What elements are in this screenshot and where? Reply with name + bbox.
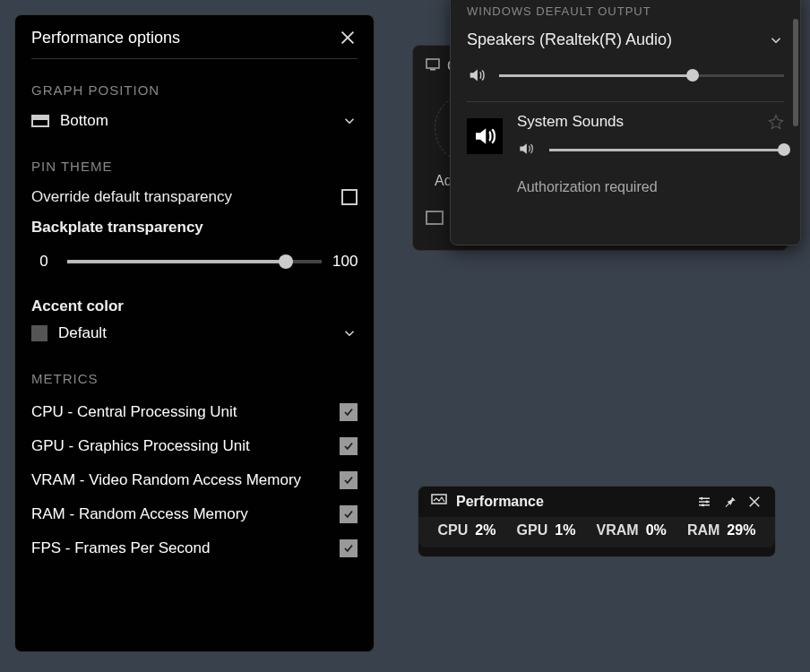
svg-point-4 [706,501,709,504]
settings-sliders-icon[interactable] [696,494,712,510]
section-pin-theme: PIN THEME [31,159,358,174]
stat-vram: VRAM 0% [597,522,667,538]
metric-label: FPS - Frames Per Second [31,539,210,557]
performance-widget: Performance CPU 2% GPU 1% VRAM 0% RAM 29… [418,486,776,557]
volume-icon[interactable] [517,140,537,159]
metric-row-fps: FPS - Frames Per Second [31,531,358,565]
master-volume-slider[interactable] [499,74,784,77]
svg-rect-2 [432,495,446,504]
backplate-transparency-label: Backplate transparency [31,219,358,237]
chevron-down-icon [768,32,784,48]
performance-options-panel: Performance options GRAPH POSITION Botto… [14,14,375,652]
chevron-down-icon [341,325,358,341]
pin-icon[interactable] [721,494,737,510]
audio-flyout: WINDOWS DEFAULT OUTPUT Speakers (Realtek… [450,0,801,246]
system-sounds-slider[interactable] [549,149,784,151]
authorization-required-text: Authorization required [467,179,784,195]
accent-color-dropdown[interactable]: Default [31,319,358,348]
stat-ram: RAM 29% [687,522,755,538]
graph-position-dropdown[interactable]: Bottom [31,107,358,135]
metric-row-cpu: CPU - Central Processing Unit [31,395,358,429]
slider-min: 0 [31,253,56,271]
svg-rect-1 [430,69,435,71]
svg-point-5 [702,504,704,506]
metric-label: RAM - Random Access Memory [31,505,248,523]
metric-checkbox-ram[interactable] [340,505,358,523]
metric-row-ram: RAM - Random Access Memory [31,497,358,531]
metric-checkbox-gpu[interactable] [340,437,358,455]
system-sounds-icon [467,118,503,154]
output-device-name: Speakers (Realtek(R) Audio) [467,30,672,49]
color-swatch-icon [31,325,47,341]
divider [467,101,784,102]
graph-position-value: Bottom [60,112,108,130]
star-icon[interactable] [768,114,784,130]
metric-checkbox-vram[interactable] [340,471,358,489]
metric-label: VRAM - Video Random Access Memory [31,471,301,489]
metric-label: CPU - Central Processing Unit [31,403,237,421]
section-graph-position: GRAPH POSITION [31,82,358,98]
metric-label: GPU - Graphics Processing Unit [31,437,250,455]
svg-point-3 [701,497,703,500]
panel-title: Performance options [31,29,180,47]
volume-icon[interactable] [467,65,487,85]
stat-gpu: GPU 1% [517,522,576,538]
position-bottom-icon [31,115,49,127]
performance-icon [431,494,447,510]
metric-checkbox-cpu[interactable] [340,403,358,421]
slider-max: 100 [332,253,358,271]
accent-color-label: Accent color [31,297,358,315]
svg-rect-0 [427,59,439,68]
stat-cpu: CPU 2% [438,522,496,538]
metric-row-gpu: GPU - Graphics Processing Unit [31,429,358,463]
system-sounds-label: System Sounds [517,113,624,131]
section-metrics: METRICS [31,371,358,386]
display-icon [426,58,440,74]
accent-color-value: Default [58,324,107,342]
slider-thumb[interactable] [778,143,790,156]
output-device-dropdown[interactable]: Speakers (Realtek(R) Audio) [467,25,784,55]
override-transparency-label: Override default transparency [31,188,232,206]
backplate-transparency-slider[interactable] [67,260,322,263]
performance-widget-title: Performance [456,494,687,510]
chevron-down-icon [341,113,358,129]
close-icon[interactable] [746,494,763,510]
scrollbar[interactable] [793,19,798,126]
audio-section-heading: WINDOWS DEFAULT OUTPUT [467,4,784,18]
slider-thumb[interactable] [686,69,699,82]
bg-bottom-icon [426,211,444,225]
close-icon[interactable] [338,28,358,47]
metric-row-vram: VRAM - Video Random Access Memory [31,463,358,497]
slider-thumb[interactable] [279,254,293,269]
metric-checkbox-fps[interactable] [340,539,358,557]
override-transparency-checkbox[interactable] [341,189,358,205]
